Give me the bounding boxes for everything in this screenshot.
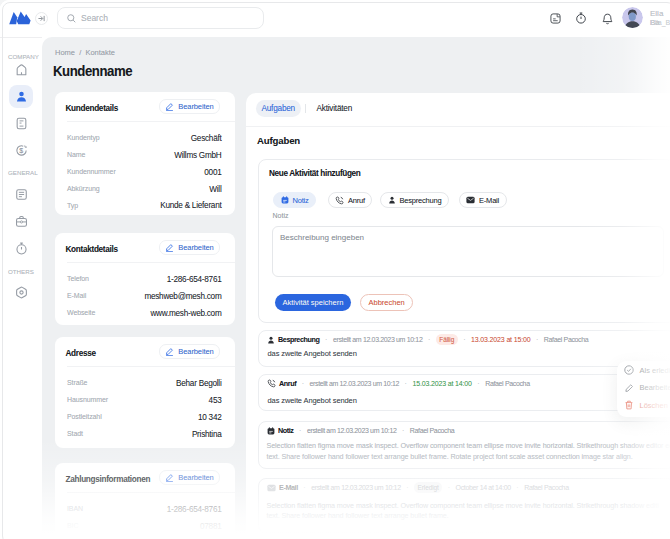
svg-text:$: $ xyxy=(19,147,23,154)
